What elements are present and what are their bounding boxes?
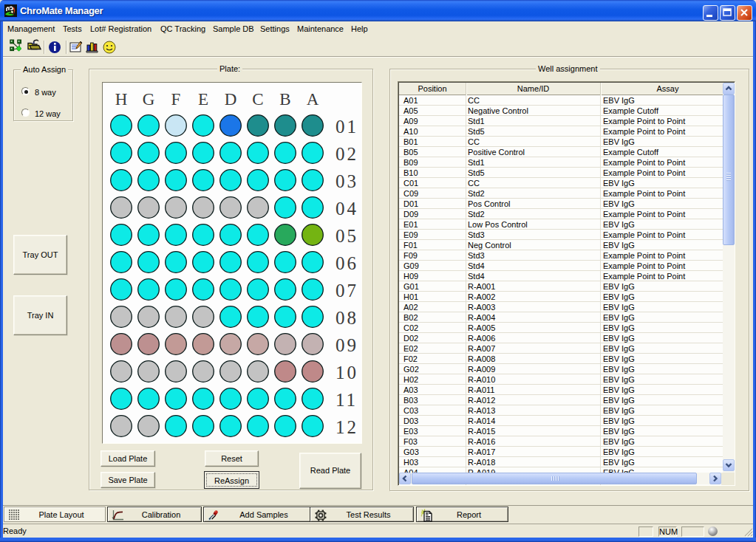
- svg-text:E: E: [198, 90, 208, 109]
- svg-text:C: C: [252, 90, 263, 109]
- svg-text:09: 09: [336, 335, 358, 355]
- svg-text:G: G: [143, 90, 155, 109]
- svg-text:D: D: [225, 90, 237, 109]
- svg-text:11: 11: [336, 390, 358, 410]
- svg-text:F: F: [171, 90, 181, 109]
- svg-text:H: H: [115, 90, 128, 109]
- svg-text:B: B: [279, 90, 290, 109]
- svg-text:03: 03: [336, 171, 358, 191]
- svg-text:10: 10: [336, 363, 358, 383]
- svg-text:04: 04: [336, 199, 358, 219]
- svg-text:12: 12: [336, 417, 358, 437]
- svg-text:07: 07: [336, 281, 358, 301]
- svg-text:A: A: [307, 90, 319, 109]
- svg-text:02: 02: [336, 144, 358, 164]
- svg-text:06: 06: [336, 253, 358, 273]
- svg-text:08: 08: [336, 308, 358, 328]
- svg-text:05: 05: [336, 226, 358, 246]
- svg-text:01: 01: [336, 117, 358, 137]
